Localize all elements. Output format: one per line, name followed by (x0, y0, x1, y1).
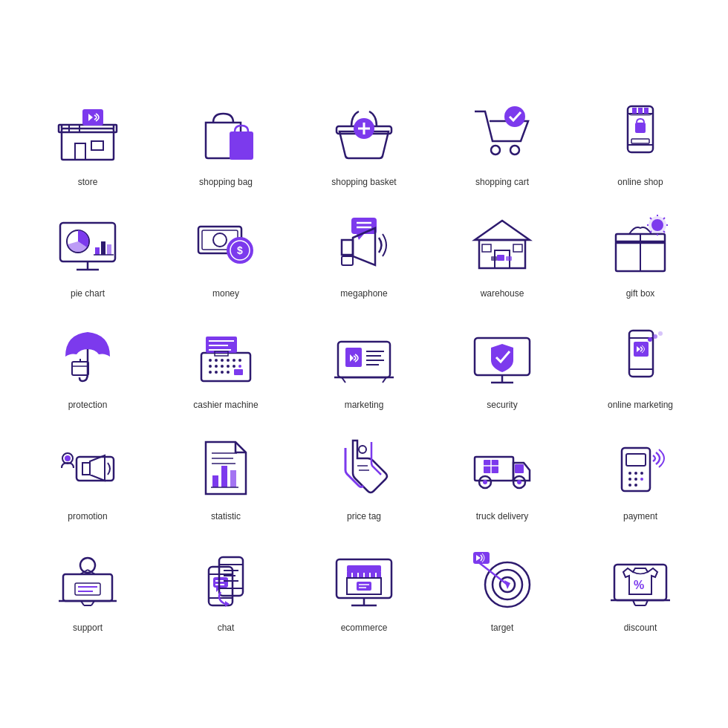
svg-rect-183 (357, 582, 371, 591)
svg-point-87 (238, 365, 241, 368)
icon-cell-store: store (22, 89, 153, 193)
icon-cell-payment: payment (575, 423, 706, 527)
svg-point-91 (227, 371, 230, 374)
icon-cell-truck-delivery: truck delivery (437, 423, 568, 527)
icon-cell-gift-box: gift box (575, 201, 706, 305)
svg-point-146 (634, 484, 637, 487)
svg-rect-1 (75, 143, 85, 160)
svg-rect-120 (230, 470, 236, 487)
svg-rect-118 (212, 475, 218, 487)
svg-point-79 (227, 359, 230, 362)
svg-rect-24 (644, 108, 649, 114)
svg-rect-181 (377, 572, 381, 578)
svg-rect-2 (91, 141, 103, 150)
icon-cell-pie-chart: pie chart (22, 201, 153, 305)
svg-point-78 (221, 359, 224, 362)
svg-text:%: % (634, 579, 644, 591)
icon-cell-discount: % discount (575, 535, 706, 639)
svg-point-142 (628, 478, 631, 481)
svg-rect-178 (359, 572, 363, 578)
svg-marker-46 (475, 221, 530, 240)
svg-line-64 (663, 231, 665, 233)
icon-label: security (487, 400, 517, 410)
svg-point-143 (634, 478, 637, 481)
icon-cell-security: security (437, 312, 568, 416)
icon-cell-marketing: marketing (299, 312, 429, 416)
icon-cell-money: $ money (160, 201, 291, 305)
icon-label: price tag (347, 511, 381, 521)
icon-cell-shopping-cart: shopping cart (437, 89, 568, 193)
icon-cell-online-marketing: online marketing (575, 312, 706, 416)
svg-rect-119 (221, 466, 227, 487)
svg-rect-177 (353, 572, 357, 578)
icon-label: ecommerce (341, 623, 388, 633)
svg-point-125 (359, 446, 366, 453)
icon-label: chat (218, 623, 235, 633)
svg-point-17 (504, 106, 525, 127)
icon-cell-ecommerce: ecommerce (299, 535, 429, 639)
svg-rect-49 (482, 244, 491, 252)
svg-rect-50 (513, 244, 522, 252)
svg-point-141 (640, 472, 643, 475)
svg-rect-45 (342, 256, 353, 265)
icon-cell-promotion: promotion (22, 423, 153, 527)
svg-point-80 (233, 359, 235, 362)
icon-cell-shopping-basket: shopping basket (299, 89, 429, 193)
icon-cell-price-tag: price tag (299, 423, 429, 527)
svg-text:$: $ (237, 244, 243, 256)
svg-rect-25 (635, 123, 646, 133)
icon-label: statistic (211, 511, 241, 521)
svg-rect-31 (95, 247, 100, 255)
svg-rect-68 (72, 362, 88, 375)
svg-rect-0 (62, 129, 114, 160)
icon-label: target (491, 623, 514, 633)
icon-label: protection (68, 400, 108, 410)
icon-label: support (73, 623, 103, 633)
icon-label: warehouse (481, 288, 524, 299)
svg-point-140 (634, 472, 637, 475)
icon-label: store (78, 177, 98, 187)
svg-rect-71 (201, 353, 250, 381)
svg-point-81 (238, 359, 241, 362)
svg-point-16 (510, 146, 519, 155)
svg-point-58 (651, 219, 663, 231)
svg-point-89 (215, 371, 218, 374)
svg-point-37 (213, 233, 227, 247)
icon-cell-protection: protection (22, 312, 153, 416)
icon-cell-support: support (22, 535, 153, 639)
svg-rect-98 (345, 348, 362, 367)
icon-cell-chat: chat (160, 535, 291, 639)
svg-rect-33 (107, 244, 111, 255)
svg-rect-53 (491, 256, 497, 261)
icon-cell-statistic: statistic (160, 423, 291, 527)
svg-point-86 (233, 365, 235, 368)
svg-point-114 (658, 331, 663, 336)
svg-rect-180 (371, 572, 375, 578)
icon-label: shopping cart (475, 177, 529, 187)
svg-rect-179 (365, 572, 369, 578)
svg-point-90 (221, 371, 224, 374)
svg-line-66 (650, 231, 651, 233)
svg-point-131 (483, 480, 487, 484)
svg-point-145 (628, 484, 631, 487)
icon-label: online shop (617, 177, 663, 187)
svg-line-65 (663, 218, 665, 219)
svg-point-139 (628, 472, 631, 475)
svg-point-84 (221, 365, 224, 368)
svg-rect-92 (234, 369, 243, 375)
svg-point-88 (209, 371, 212, 374)
icon-cell-megaphone: megaphone (299, 201, 429, 305)
svg-rect-175 (347, 565, 381, 573)
icon-label: truck delivery (476, 511, 529, 521)
svg-rect-10 (230, 131, 253, 160)
svg-rect-155 (75, 583, 100, 595)
icon-label: money (212, 288, 239, 299)
icon-label: cashier machine (193, 400, 258, 410)
svg-marker-190 (504, 580, 510, 589)
icon-cell-warehouse: warehouse (437, 201, 568, 305)
icon-label: online marketing (608, 400, 673, 410)
icon-label: megaphone (340, 288, 387, 299)
svg-rect-52 (506, 256, 512, 261)
svg-point-85 (227, 365, 230, 368)
svg-point-144 (640, 478, 643, 481)
